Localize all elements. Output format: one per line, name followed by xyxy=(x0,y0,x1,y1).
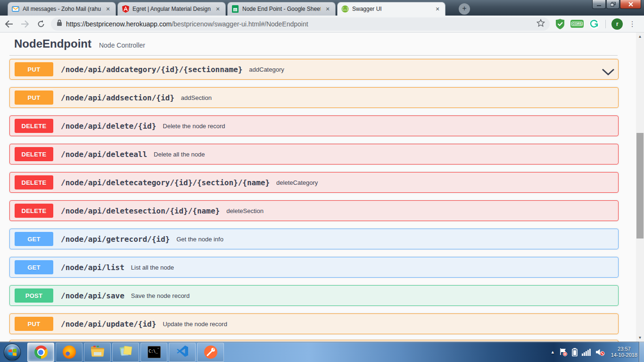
endpoint-row-addcategory[interactable]: PUT /node/api/addcategory/{id}/{sectionn… xyxy=(9,59,619,80)
windows-taskbar: ┅ C:\_ xyxy=(0,342,644,362)
method-badge: DELETE xyxy=(15,147,53,161)
cors-extension-icon[interactable]: CORS xyxy=(570,20,584,28)
collapse-section-chevron-down-icon[interactable] xyxy=(602,68,615,78)
endpoint-row-deleteall[interactable]: DELETE /node/api/deleteall Delete all th… xyxy=(9,144,619,165)
taskbar-vscode-button[interactable] xyxy=(169,343,196,362)
url-path: /bestpricenow/swagger-ui.html#/NodeEndpo… xyxy=(172,20,308,28)
windows-logo-icon xyxy=(8,349,17,356)
tab-close-icon[interactable]: ✕ xyxy=(214,5,222,13)
clock-date: 14-10-2018 xyxy=(611,352,637,358)
section-header: NodeEndpoint Node Controller xyxy=(0,33,636,50)
taskbar-firefox-button[interactable] xyxy=(56,343,83,362)
angular-favicon xyxy=(122,5,129,13)
endpoint-path: /node/api/deletesection/{id}/{name} xyxy=(61,206,220,215)
section-subtitle: Node Controller xyxy=(99,41,145,49)
method-badge: POST xyxy=(15,288,53,303)
chrome-menu-button[interactable]: ⋮ xyxy=(628,23,636,25)
tab-google-sheets[interactable]: Node End Point - Google Sheets ✕ xyxy=(227,2,336,16)
network-signal-icon[interactable] xyxy=(582,348,591,356)
start-button[interactable] xyxy=(4,344,21,361)
profile-avatar[interactable]: r xyxy=(611,18,623,30)
endpoint-path: /node/api/deletecategory/{id}/{section}/… xyxy=(61,178,270,187)
adguard-shield-extension-icon[interactable] xyxy=(555,19,565,29)
endpoint-summary: addCategory xyxy=(249,66,284,73)
scrollbar-thumb[interactable] xyxy=(636,133,644,239)
tab-title: Egret | Angular Material Design A xyxy=(132,6,211,12)
taskbar-postman-button[interactable] xyxy=(197,343,224,362)
show-hidden-icons-button[interactable]: ▲ xyxy=(551,350,555,354)
window-restore-button[interactable] xyxy=(606,0,619,9)
show-desktop-button[interactable] xyxy=(639,342,644,362)
method-badge: GET xyxy=(15,260,53,274)
refresh-button[interactable] xyxy=(34,17,48,31)
system-tray: ▲ 23:57 14-10-2018 xyxy=(551,342,637,362)
tab-swagger-ui[interactable]: {…} Swagger UI ✕ xyxy=(337,2,446,16)
scrollbar-up-arrow[interactable]: ▲ xyxy=(636,33,644,41)
address-bar[interactable]: https://bestpricenow.herokuapp.com/bestp… xyxy=(51,17,550,31)
browser-tab-strip: All messages - Zoho Mail (rahul.t ✕ Egre… xyxy=(0,0,644,16)
postman-icon xyxy=(204,346,217,359)
url-text: https://bestpricenow.herokuapp.com/bestp… xyxy=(66,20,537,28)
tab-title: Swagger UI xyxy=(352,6,430,12)
tab-title: All messages - Zoho Mail (rahul.t xyxy=(23,6,101,12)
endpoint-path: /node/api/getrecord/{id} xyxy=(61,235,170,244)
firefox-icon xyxy=(63,346,76,359)
tab-close-icon[interactable]: ✕ xyxy=(324,5,331,13)
endpoint-row-delete[interactable]: DELETE /node/api/delete/{id} Delete the … xyxy=(9,115,619,136)
endpoint-row-save[interactable]: POST /node/api/save Save the node record xyxy=(9,285,619,306)
tray-clock[interactable]: 23:57 14-10-2018 xyxy=(611,346,637,358)
window-minimize-button[interactable] xyxy=(592,0,606,9)
scrollbar-down-arrow[interactable]: ▼ xyxy=(636,334,644,342)
toolbar-divider xyxy=(605,20,606,28)
page-scrollbar[interactable]: ▲ ▼ xyxy=(636,33,644,342)
extensions-area: CORS r ⋮ xyxy=(555,18,636,30)
endpoint-summary: Delete all the node xyxy=(154,151,205,158)
bookmark-star-icon[interactable] xyxy=(537,19,545,29)
svg-text:{…}: {…} xyxy=(342,7,348,11)
section-title: NodeEndpoint xyxy=(14,37,91,50)
new-tab-button[interactable]: + xyxy=(459,3,470,15)
battery-icon[interactable] xyxy=(572,348,578,356)
sticky-notes-icon xyxy=(119,345,132,359)
volume-muted-icon[interactable] xyxy=(595,348,605,356)
method-badge: PUT xyxy=(15,317,53,331)
endpoint-row-list[interactable]: GET /node/api/list List all the node xyxy=(9,257,619,278)
taskbar-explorer-button[interactable] xyxy=(84,343,111,362)
url-origin: https://bestpricenow.herokuapp.com xyxy=(66,20,172,28)
endpoint-path: /node/api/delete/{id} xyxy=(61,122,156,131)
tab-egret-angular[interactable]: Egret | Angular Material Design A ✕ xyxy=(117,2,226,16)
tab-close-icon[interactable]: ✕ xyxy=(104,5,112,13)
endpoint-path: /node/api/update/{id} xyxy=(61,320,156,329)
swagger-favicon: {…} xyxy=(341,5,349,13)
zoho-mail-favicon xyxy=(12,5,19,13)
method-badge: PUT xyxy=(15,62,53,76)
taskbar-chrome-button[interactable] xyxy=(27,343,54,362)
taskbar-sticky-notes-button[interactable] xyxy=(112,343,139,362)
endpoint-row-deletecategory[interactable]: DELETE /node/api/deletecategory/{id}/{se… xyxy=(9,172,619,193)
endpoint-path: /node/api/addsection/{id} xyxy=(61,93,174,102)
taskbar-command-prompt-button[interactable]: ┅ C:\_ xyxy=(140,343,167,362)
endpoint-row-addsection[interactable]: PUT /node/api/addsection/{id} addSection xyxy=(9,87,619,108)
endpoint-row-deletesection[interactable]: DELETE /node/api/deletesection/{id}/{nam… xyxy=(9,200,619,221)
tab-zoho-mail[interactable]: All messages - Zoho Mail (rahul.t ✕ xyxy=(8,2,116,16)
endpoint-list: PUT /node/api/addcategory/{id}/{sectionn… xyxy=(0,56,636,342)
endpoint-summary: deleteSection xyxy=(226,207,264,214)
endpoint-path: /node/api/list xyxy=(61,263,124,272)
action-center-flag-icon[interactable] xyxy=(559,348,568,356)
endpoint-row-update[interactable]: PUT /node/api/update/{id} Update the nod… xyxy=(9,313,619,334)
grammarly-extension-icon[interactable] xyxy=(589,19,600,29)
endpoint-summary: List all the node xyxy=(131,264,174,271)
method-badge: PUT xyxy=(15,90,53,105)
endpoint-summary: Update the node record xyxy=(163,321,227,328)
window-close-button[interactable] xyxy=(620,0,641,9)
tab-close-icon[interactable]: ✕ xyxy=(434,5,441,13)
endpoint-path: /node/api/save xyxy=(61,291,124,300)
forward-button[interactable] xyxy=(18,17,32,31)
endpoint-summary: Save the node record xyxy=(131,292,190,299)
https-padlock-icon xyxy=(57,19,62,28)
window-controls xyxy=(592,0,641,9)
back-button[interactable] xyxy=(2,17,16,31)
endpoint-row-getrecord[interactable]: GET /node/api/getrecord/{id} Get the nod… xyxy=(9,229,619,249)
google-sheets-favicon xyxy=(231,5,239,13)
swagger-page: NodeEndpoint Node Controller PUT /node/a… xyxy=(0,33,636,342)
